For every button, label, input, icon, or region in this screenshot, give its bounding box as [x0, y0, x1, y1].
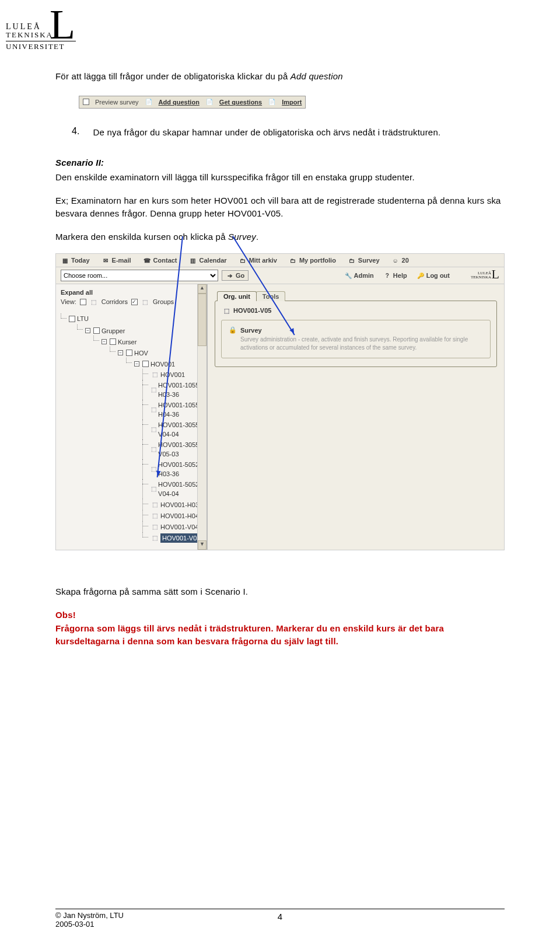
nav-email[interactable]: ✉E-mail — [102, 256, 131, 264]
go-icon: ➔ — [226, 271, 234, 280]
tree-hov001-label: HOV001 — [150, 359, 175, 369]
group-icon: ⬚ — [150, 386, 156, 393]
group-icon: ⬚ — [150, 406, 156, 413]
scenario-2-example: Ex; Examinatorn har en kurs som heter HO… — [55, 194, 505, 220]
preview-survey-link[interactable]: Preview survey — [95, 99, 139, 106]
add-question-link[interactable]: Add question — [159, 99, 200, 106]
nav-portfolio[interactable]: 🗀My portfolio — [289, 256, 336, 264]
survey-item[interactable]: 🔒 Survey — [229, 326, 483, 334]
hov001-expand[interactable]: − — [134, 361, 139, 366]
tree-kurser[interactable]: −Kurser — [102, 337, 136, 347]
footer-date: 2005-03-01 — [55, 920, 124, 928]
app-row2: Choose room... ➔Go 🔧Admin ?Help 🔑Log out… — [56, 267, 504, 284]
nav-contact-label: Contact — [153, 257, 177, 264]
kurser-cb[interactable] — [110, 338, 116, 345]
go-label: Go — [236, 272, 244, 279]
face-icon: ☺ — [391, 256, 400, 264]
tree-course-item[interactable]: ⬚HOV001-H03 — [150, 500, 199, 509]
group-icon: ⬚ — [150, 512, 159, 519]
lock-icon: 🔒 — [229, 326, 237, 334]
admin-link[interactable]: 🔧Admin — [344, 271, 374, 280]
org-unit-panel: ⬚ HOV001-V05 🔒 Survey Survey administrat… — [215, 301, 497, 367]
group-icon: ⬚ — [150, 371, 159, 378]
corridors-label: Corridors — [102, 298, 128, 305]
sidebar-scrollbar[interactable]: ▲ ▼ — [197, 284, 206, 550]
kurser-expand[interactable]: − — [102, 339, 107, 344]
tree-course-item[interactable]: ⬚HOV001-V05 — [150, 533, 202, 543]
tabs: Org. unit Tools — [217, 291, 497, 301]
group-icon: ⬚ — [150, 466, 156, 473]
mini-ltu-logo: L LULEÅTEKNISKA — [471, 271, 499, 280]
scenario-2-title: Scenario II: — [55, 156, 505, 169]
add-question-icon: 📄 — [145, 98, 153, 106]
tab-org-unit[interactable]: Org. unit — [217, 291, 257, 301]
go-button[interactable]: ➔Go — [222, 270, 249, 281]
admin-icon: 🔧 — [344, 271, 352, 280]
tree-ltu[interactable]: LTU — [69, 314, 89, 323]
tree-ltu-label: LTU — [77, 314, 89, 323]
footer-author: © Jan Nyström, LTU — [55, 911, 124, 920]
nav-mittarkiv-label: Mitt arkiv — [249, 257, 277, 264]
app-rightpane: Org. unit Tools ⬚ HOV001-V05 🔒 Survey Su… — [208, 284, 504, 550]
nav-calendar[interactable]: ▥Calendar — [189, 256, 227, 264]
group-icon: ⬚ — [141, 298, 149, 305]
tree-course-item[interactable]: ⬚HOV001-V04 — [150, 522, 198, 532]
scroll-thumb[interactable] — [198, 294, 206, 346]
ltu-cb[interactable] — [69, 316, 75, 322]
nav-mittarkiv[interactable]: 🗀Mitt arkiv — [239, 256, 277, 264]
tree-hov[interactable]: −HOV — [118, 348, 148, 358]
intro-paragraph: För att lägga till frågor under de oblig… — [55, 70, 505, 83]
hov-cb[interactable] — [126, 350, 132, 356]
hov001-cb[interactable] — [142, 361, 149, 367]
group-icon: ⬚ — [150, 446, 156, 453]
import-icon: 📄 — [268, 98, 276, 106]
group-icon: ⬚ — [150, 426, 156, 433]
nav-survey[interactable]: 🗀Survey — [348, 256, 380, 264]
preview-checkbox[interactable] — [83, 99, 89, 105]
survey-item-label: Survey — [240, 327, 262, 334]
get-questions-link[interactable]: Get questions — [219, 99, 262, 106]
intro-text: För att lägga till frågor under de oblig… — [55, 71, 290, 81]
fronter-app-screenshot: ▦Today ✉E-mail ☎Contact ▥Calendar 🗀Mitt … — [55, 253, 505, 550]
tree-course-item[interactable]: ⬚HOV001 — [150, 370, 185, 379]
scenario-2-lead: Den enskilde examinatorn vill lägga till… — [55, 171, 505, 184]
choose-room-select[interactable]: Choose room... — [61, 270, 218, 281]
group-icon: ⬚ — [150, 486, 156, 493]
tree-hov001[interactable]: −HOV001 — [134, 359, 175, 369]
corridor-icon: ⬚ — [90, 298, 98, 305]
nav-count-label: 20 — [402, 257, 409, 264]
page-number: 4 — [278, 912, 282, 921]
step-4-text: De nya frågor du skapar hamnar under de … — [93, 126, 502, 139]
nav-today[interactable]: ▦Today — [61, 256, 90, 264]
logout-icon: 🔑 — [416, 271, 425, 280]
help-link[interactable]: ?Help — [383, 271, 407, 280]
group-icon: ⬚ — [150, 523, 159, 530]
hov-expand[interactable]: − — [118, 350, 123, 355]
logout-link[interactable]: 🔑Log out — [416, 271, 450, 280]
scroll-up[interactable]: ▲ — [198, 284, 206, 294]
scroll-down[interactable]: ▼ — [198, 540, 206, 550]
intro-emphasis: Add question — [290, 71, 343, 81]
groups-label: Groups — [153, 298, 174, 305]
tree-grupper[interactable]: −Grupper — [85, 326, 125, 336]
get-questions-icon: 📄 — [205, 98, 214, 106]
contact-icon: ☎ — [143, 256, 151, 264]
obs-label: Obs! — [55, 609, 505, 622]
mark-post: . — [256, 232, 258, 242]
nav-count[interactable]: ☺20 — [391, 256, 409, 264]
groups-checkbox[interactable] — [131, 299, 138, 305]
grupper-expand[interactable]: − — [85, 328, 90, 333]
tree-course-label: HOV001 — [160, 370, 185, 379]
step-4-number: 4. — [72, 126, 90, 137]
nav-portfolio-label: My portfolio — [299, 257, 336, 264]
survey-description: Survey administration - create, activate… — [229, 334, 483, 352]
grupper-cb[interactable] — [93, 327, 100, 334]
logo-letter-l: L — [50, 4, 75, 46]
import-link[interactable]: Import — [282, 99, 302, 106]
tab-tools[interactable]: Tools — [256, 291, 286, 301]
view-row: View: ⬚ Corridors ⬚ Groups — [61, 297, 206, 310]
tree-course-item[interactable]: ⬚HOV001-H04 — [150, 511, 199, 521]
expand-all-link[interactable]: Expand all — [61, 288, 206, 297]
corridors-checkbox[interactable] — [80, 299, 86, 305]
nav-contact[interactable]: ☎Contact — [143, 256, 177, 264]
